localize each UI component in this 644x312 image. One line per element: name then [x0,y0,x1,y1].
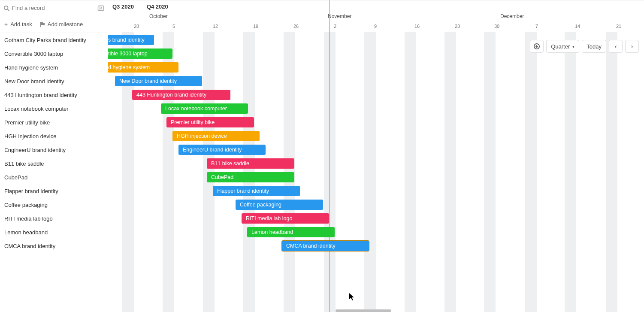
download-button[interactable] [530,40,544,53]
chevron-down-icon: ▾ [572,44,574,49]
task-item[interactable]: Premier utility bike [0,115,108,129]
flag-icon [40,22,45,27]
svg-line-1 [8,9,9,11]
day-label: 16 [414,24,420,29]
add-task-label: Add task [10,21,32,27]
search-input[interactable] [12,5,97,11]
task-item[interactable]: Locax notebook computer [0,102,108,115]
day-label: 2 [334,24,336,29]
bars-container: s brand identitytible 3000 laptopd hygie… [108,33,644,312]
collapse-sidebar-icon[interactable] [97,5,104,12]
timeline-bar[interactable]: Premier utility bike [166,117,254,127]
timeline-bar[interactable]: Flapper brand identity [213,186,300,196]
month-label: October [149,13,168,19]
day-label: 5 [172,24,175,29]
add-task-button[interactable]: + Add task [4,21,32,28]
timeline-bar[interactable]: 443 Huntington brand identity [132,90,230,100]
day-label: 30 [494,24,499,29]
day-label: 12 [213,24,218,29]
task-item[interactable]: HGH injection device [0,129,108,143]
day-label: 14 [575,24,580,29]
next-button[interactable]: › [625,40,639,53]
today-label: Today [587,43,602,50]
timeline-bar[interactable]: Lemon headband [247,227,335,237]
timeline-bar[interactable]: tible 3000 laptop [108,48,172,59]
task-list: Gotham City Parks brand identityConverti… [0,33,108,253]
add-milestone-button[interactable]: Add milestone [40,21,83,27]
task-item[interactable]: 443 Huntington brand identity [0,88,108,102]
prev-button[interactable]: ‹ [609,40,623,53]
day-label: 7 [535,24,538,29]
plus-icon: + [4,21,8,28]
task-item[interactable]: CMCA brand identity [0,239,108,253]
task-item[interactable]: Lemon headband [0,225,108,239]
timeline-bar[interactable]: Coffee packaging [236,200,323,210]
day-label: 19 [253,24,258,29]
task-item[interactable]: RITI media lab logo [0,212,108,225]
timeline-bar[interactable]: New Door brand identity [115,76,202,86]
timeline-bar[interactable]: CMCA brand identity [282,241,369,251]
day-label: 21 [616,24,621,29]
sidebar: + Add task Add milestone Gotham City Par… [0,0,108,312]
range-label: Quarter [551,43,570,50]
day-label: 23 [455,24,460,29]
download-icon [534,43,540,49]
timeline-bar[interactable]: Locax notebook computer [161,103,248,114]
timeline-bar[interactable]: s brand identity [108,35,154,45]
quarter-label: Q4 2020 [147,3,168,10]
today-line [330,0,330,312]
timeline-bar[interactable]: CubePad [207,172,294,182]
day-label: 9 [374,24,377,29]
task-item[interactable]: B11 bike saddle [0,157,108,170]
quarter-header: Q3 2020 Q4 2020 [108,0,644,13]
month-label: December [500,13,524,19]
task-item[interactable]: Coffee packaging [0,198,108,212]
day-label: 28 [134,24,139,29]
timeline-bar[interactable]: d hygiene system [108,62,178,73]
timeline-bar[interactable]: RITI media lab logo [242,213,329,224]
task-item[interactable]: Hand hygiene system [0,61,108,74]
add-milestone-label: Add milestone [48,21,83,27]
horizontal-scrollbar-thumb[interactable] [336,309,391,312]
month-label: November [328,13,351,19]
svg-point-0 [4,6,8,9]
task-item[interactable]: CubePad [0,170,108,184]
quarter-label: Q3 2020 [112,3,134,10]
task-item[interactable]: Flapper brand identity [0,184,108,198]
timeline-bar[interactable]: B11 bike saddle [207,158,294,169]
app-root: + Add task Add milestone Gotham City Par… [0,0,644,312]
task-item[interactable]: Gotham City Parks brand identity [0,33,108,47]
task-item[interactable]: EngineerU brand identity [0,143,108,157]
task-item[interactable]: New Door brand identity [0,74,108,88]
timeline-bar[interactable]: EngineerU brand identity [178,145,266,155]
months-row: OctoberNovemberDecember [108,13,644,22]
timeline-toolbar: Quarter ▾ Today ‹ › [530,40,639,53]
day-label: 26 [293,24,299,29]
today-button[interactable]: Today [582,40,606,53]
search-icon [3,5,9,11]
range-select[interactable]: Quarter ▾ [546,40,579,53]
days-row: 2851219262916233071421 [108,22,644,32]
chevron-left-icon: ‹ [615,43,617,50]
timeline-bar[interactable]: HGH injection device [172,131,260,141]
timeline[interactable]: Q3 2020 Q4 2020 OctoberNovemberDecember … [108,0,644,312]
task-item[interactable]: Convertible 3000 laptop [0,47,108,61]
chevron-right-icon: › [631,43,633,50]
search-row [0,0,108,16]
action-row: + Add task Add milestone [0,16,108,33]
